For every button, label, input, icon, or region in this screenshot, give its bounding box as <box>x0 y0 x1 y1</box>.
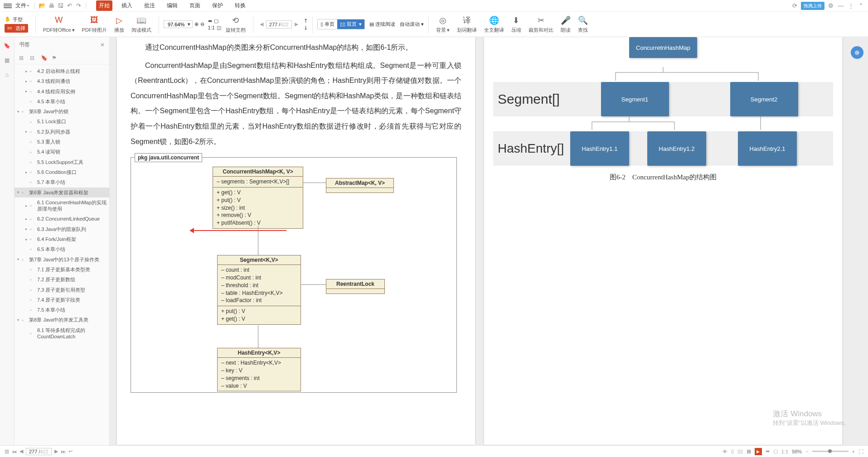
sb-back-icon[interactable]: ↩ <box>68 448 73 454</box>
bookmark-item[interactable]: ▸▫6.2 ConcurrentLinkedQueue <box>15 214 109 224</box>
collapse-icon[interactable]: ⌃ <box>857 2 864 10</box>
sb-prev-icon[interactable]: ◀ <box>19 448 23 454</box>
bookmark-item[interactable]: ▫4.5 本章小结 <box>15 96 109 106</box>
sb-page-indicator[interactable]: 277 /422 <box>26 448 52 455</box>
sb-fit2-icon[interactable]: ▢ <box>773 448 778 454</box>
bookmark-item[interactable]: ▫7.5 本章小结 <box>15 305 109 315</box>
first-page-icon[interactable]: ⤒ <box>304 18 308 24</box>
pdf-to-office-button[interactable]: WPDF转Office▾ <box>40 14 78 34</box>
bookmark-item[interactable]: ▸▫6.4 Fork/Join框架 <box>15 234 109 244</box>
bookmark-item[interactable]: ▫5.4 读写锁 <box>15 147 109 157</box>
bookmark-item[interactable]: ▸▫5.2 队列同步器 <box>15 127 109 137</box>
bookmark-item[interactable]: ▫5.5 LockSupport工具 <box>15 157 109 167</box>
tree-arrow-icon[interactable]: ▾ <box>17 318 22 322</box>
bookmark-item[interactable]: ▫7.4 原子更新字段类 <box>15 295 109 305</box>
sync-icon[interactable]: ⟳ <box>791 2 798 10</box>
find-button[interactable]: 🔍查找 <box>575 14 591 34</box>
tree-arrow-icon[interactable]: ▸ <box>25 204 30 208</box>
bookmark-item[interactable]: ▫5.3 重入锁 <box>15 137 109 147</box>
tab-start[interactable]: 开始 <box>96 0 112 11</box>
sb-next-icon[interactable]: ▶ <box>54 448 58 454</box>
sb-zoom-slider[interactable] <box>812 451 849 452</box>
bm-options-icon[interactable]: ⚑ <box>52 55 58 61</box>
crop-compare-button[interactable]: ✂裁剪和对比 <box>526 14 556 34</box>
double-page-button[interactable]: ▯▯ 双页▾ <box>337 19 364 29</box>
bookmark-item[interactable]: ▫6.5 本章小结 <box>15 244 109 254</box>
tree-arrow-icon[interactable]: ▾ <box>17 110 22 114</box>
page-indicator[interactable]: 277 /422 <box>266 20 292 29</box>
bookmark-item[interactable]: ▾▫第7章 Java中的13个原子操作类 <box>15 255 109 265</box>
tree-arrow-icon[interactable]: ▸ <box>25 217 30 221</box>
fit-visible-icon[interactable]: ◫ <box>217 25 221 31</box>
undo-icon[interactable]: ↶ <box>66 2 73 10</box>
fit-width-icon[interactable]: ⬌ <box>208 18 212 24</box>
full-translate-button[interactable]: 🌐全文翻译 <box>481 14 507 34</box>
rail-thumbnail-icon[interactable]: ▦ <box>3 56 11 64</box>
single-page-button[interactable]: ▯ 单页 <box>318 19 337 29</box>
bookmark-item[interactable]: ▫5.7 本章小结 <box>15 177 109 187</box>
tree-arrow-icon[interactable]: ▾ <box>17 257 22 261</box>
bookmark-item[interactable]: ▸▫4.4 线程应用实例 <box>15 87 109 96</box>
tree-arrow-icon[interactable]: ▾ <box>17 190 22 194</box>
file-menu[interactable]: 文件▾ <box>14 1 31 10</box>
read-mode-button[interactable]: 📖阅读模式 <box>129 14 154 34</box>
sb-fit1-icon[interactable]: ⬌ <box>766 448 770 454</box>
sb-view2-icon[interactable]: ▯▯ <box>737 448 743 454</box>
tree-arrow-icon[interactable]: ▸ <box>25 227 30 231</box>
tree-arrow-icon[interactable]: ▸ <box>25 170 30 174</box>
bookmark-item[interactable]: ▸▫4.2 启动和终止线程 <box>15 66 109 76</box>
sb-fit3-icon[interactable]: 1:1 <box>781 449 788 454</box>
open-icon[interactable]: 📂 <box>39 2 46 10</box>
select-tool-button[interactable]: ▭选择 <box>5 24 28 33</box>
rail-bookmark-icon[interactable]: 🔖 <box>3 42 11 50</box>
bookmarks-close-icon[interactable]: ✕ <box>100 42 105 48</box>
word-translate-button[interactable]: 译划词翻译 <box>454 14 480 34</box>
bookmark-item[interactable]: ▾▫第8章 Java中的并发工具类 <box>15 315 109 325</box>
zoom-input[interactable]: ▾ <box>164 20 193 28</box>
tab-annotate[interactable]: 批注 <box>141 0 158 11</box>
zoom-value[interactable] <box>166 22 187 27</box>
bookmark-item[interactable]: ▸▫5.6 Condition接口 <box>15 167 109 177</box>
auto-scroll-button[interactable]: 自动滚动▾ <box>400 21 424 28</box>
tree-arrow-icon[interactable]: ▸ <box>25 79 30 83</box>
tab-protect[interactable]: 保护 <box>209 0 226 11</box>
bookmark-item[interactable]: ▸▫6.1 ConcurrentHashMap的实现原理与使用 <box>15 197 109 214</box>
bm-add-icon[interactable]: 🔖 <box>41 55 47 61</box>
sb-first-icon[interactable]: ⏮ <box>12 449 17 454</box>
sb-view1-icon[interactable]: ▯ <box>731 448 734 454</box>
tab-insert[interactable]: 插入 <box>119 0 135 11</box>
hand-tool-button[interactable]: ✋手型 <box>5 16 23 23</box>
rotate-button[interactable]: ⟲旋转文档 <box>223 14 248 34</box>
more-icon[interactable]: ⋮ <box>847 2 854 10</box>
tab-edit[interactable]: 编辑 <box>164 0 180 11</box>
tree-arrow-icon[interactable]: ▸ <box>25 130 30 134</box>
bookmark-item[interactable]: ▾▫第5章 Java中的锁 <box>15 106 109 116</box>
sb-zoom-out-icon[interactable]: − <box>805 449 808 454</box>
next-page-button[interactable]: ▶ <box>293 20 300 28</box>
prev-page-button[interactable]: ◀ <box>258 20 265 28</box>
rail-home-icon[interactable]: ⌂ <box>3 71 11 79</box>
tab-page[interactable]: 页面 <box>187 0 203 11</box>
minimize-icon[interactable]: — <box>837 2 844 10</box>
pdf-to-image-button[interactable]: 🖼PDF转图片 <box>79 14 110 34</box>
play-button[interactable]: ▷播放 <box>112 14 127 34</box>
bm-expand-icon[interactable]: ⊞ <box>19 55 25 61</box>
tree-arrow-icon[interactable]: ▸ <box>25 89 30 93</box>
bookmark-item[interactable]: ▫7.2 原子更新数组 <box>15 274 109 284</box>
zoom-out-icon[interactable]: ⊖ <box>200 21 204 27</box>
bookmark-item[interactable]: ▫8.1 等待多线程完成的CountDownLatch <box>15 325 109 342</box>
sb-zoom-in-icon[interactable]: + <box>852 449 855 454</box>
sb-view3-icon[interactable]: ▦ <box>747 448 751 454</box>
tree-arrow-icon[interactable]: ▸ <box>25 69 30 73</box>
last-page-icon[interactable]: ⤓ <box>304 25 308 31</box>
compress-button[interactable]: ⬇压缩 <box>509 14 524 34</box>
page-viewport[interactable]: ⊕ 通过ConcurrentHashMap的类图来分析ConcurrentHas… <box>110 37 868 445</box>
bm-collapse-icon[interactable]: ⊟ <box>30 55 36 61</box>
settings-icon[interactable]: ⚙ <box>827 2 834 10</box>
fit-page-icon[interactable]: ▢ <box>214 18 218 24</box>
sb-play-icon[interactable]: ▶ <box>755 448 762 455</box>
zoom-in-icon[interactable]: ⊕ <box>194 21 199 27</box>
sb-fullscreen-icon[interactable]: ⛶ <box>858 449 863 454</box>
save-icon[interactable]: 🖫 <box>57 2 64 10</box>
bookmark-item[interactable]: ▾▫第6章 Java并发容器和框架 <box>15 188 109 197</box>
